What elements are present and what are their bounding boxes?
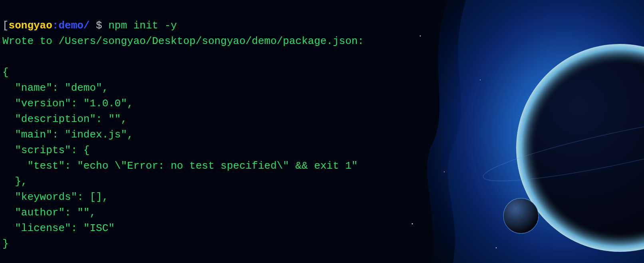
prompt-sep: :: [52, 20, 59, 32]
json-close: }: [2, 238, 9, 250]
json-scripts-close: },: [2, 175, 27, 187]
prompt-open-bracket: [: [2, 20, 9, 32]
output-wrote-line: Wrote to /Users/songyao/Desktop/songyao/…: [2, 35, 364, 47]
json-scripts-open: "scripts": {: [2, 144, 89, 156]
json-author: "author": "",: [2, 207, 96, 219]
json-license: "license": "ISC": [2, 222, 115, 234]
json-name: "name": "demo",: [2, 82, 108, 94]
json-main: "main": "index.js",: [2, 129, 133, 141]
prompt-path: demo/: [58, 20, 89, 32]
prompt-symbol: $: [89, 20, 108, 32]
json-scripts-test: "test": "echo \"Error: no test specified…: [2, 160, 358, 172]
command-text: npm init -y: [108, 20, 177, 32]
json-description: "description": "",: [2, 113, 127, 125]
terminal-output[interactable]: [songyao:demo/ $ npm init -y Wrote to /U…: [0, 0, 644, 252]
json-version: "version": "1.0.0",: [2, 98, 133, 110]
json-keywords: "keywords": [],: [2, 191, 108, 203]
json-open: {: [2, 66, 9, 78]
prompt-user: songyao: [9, 20, 52, 32]
